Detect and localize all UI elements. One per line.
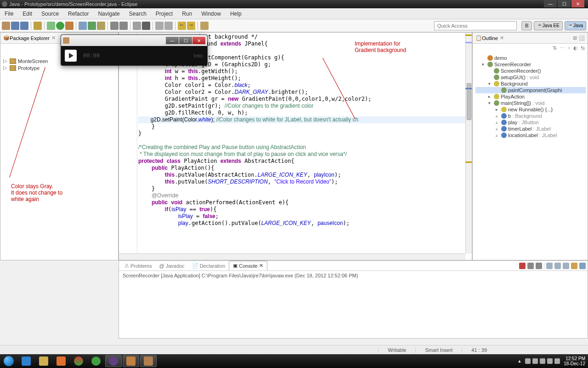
- outline-item[interactable]: demo: [475, 55, 586, 61]
- nav2-icon[interactable]: [164, 22, 173, 30]
- menu-navigate[interactable]: Navigate: [93, 11, 124, 17]
- pin-icon[interactable]: [200, 22, 209, 30]
- filter-icon[interactable]: ⋯: [560, 45, 565, 52]
- close-button[interactable]: ✕: [571, 0, 584, 7]
- run-icon[interactable]: [56, 22, 64, 30]
- perspective-java[interactable]: ☕ Java: [565, 21, 586, 30]
- status-writable: Writable: [378, 347, 415, 353]
- menu-search[interactable]: Search: [124, 11, 151, 17]
- console-tab[interactable]: ▣ Console ✕: [229, 261, 267, 270]
- minimize-button[interactable]: —: [544, 0, 557, 7]
- outline-item[interactable]: ▵play : JButton: [475, 119, 586, 126]
- outline-item[interactable]: ▾Background: [475, 80, 586, 87]
- link-icon[interactable]: ⇆: [581, 45, 585, 52]
- menu-source[interactable]: Source: [37, 11, 63, 17]
- run-last-icon[interactable]: [65, 22, 74, 30]
- forward-icon[interactable]: →: [187, 22, 195, 30]
- java-icon: [63, 37, 69, 44]
- editor-panel: ient background */ protected class Backg…: [119, 32, 472, 260]
- perspective-javaee[interactable]: ☕ Java EE: [534, 21, 563, 30]
- toggle-icon[interactable]: [119, 22, 128, 30]
- outline-item[interactable]: ▸PlayAction: [475, 93, 586, 100]
- menu-edit[interactable]: Edit: [18, 11, 37, 17]
- eclipse-icon: [2, 1, 7, 7]
- menu-help[interactable]: Help: [226, 11, 246, 17]
- recorder-window[interactable]: — ☐ ✕ 00:00 Into:: [61, 34, 208, 66]
- tray-icons[interactable]: [525, 358, 560, 364]
- outline-item[interactable]: ▾main(String[]) : void: [475, 100, 586, 106]
- outline-item[interactable]: ▾ScreenRecorder: [475, 61, 586, 68]
- outline-item[interactable]: paintComponent(Graphi: [475, 87, 586, 93]
- terminate-icon[interactable]: [519, 263, 526, 269]
- new-package-icon[interactable]: [79, 22, 87, 30]
- menu-file[interactable]: File: [0, 11, 18, 17]
- start-button[interactable]: [0, 354, 17, 368]
- declaration-tab[interactable]: 📄 Declaration: [188, 263, 229, 269]
- debug-icon[interactable]: [47, 22, 55, 30]
- print-icon[interactable]: [34, 22, 42, 30]
- taskbar-eclipse[interactable]: [105, 355, 122, 367]
- system-clock[interactable]: 12:52 PM18-Dec-12: [564, 356, 585, 366]
- save-icon[interactable]: [11, 22, 19, 30]
- console-output: ScreenRecorder [Java Application] C:\Pro…: [119, 271, 588, 280]
- pin-console-icon[interactable]: [563, 263, 569, 269]
- scroll-lock-icon[interactable]: [554, 263, 561, 269]
- recorder-titlebar[interactable]: — ☐ ✕: [61, 35, 207, 46]
- project-icon: [10, 58, 16, 64]
- back-icon[interactable]: ←: [178, 22, 186, 30]
- outline-item[interactable]: ▸new Runnable() {...}: [475, 106, 586, 113]
- open-console-icon[interactable]: [579, 263, 586, 269]
- new-class-icon[interactable]: [88, 22, 96, 30]
- hide-local-icon[interactable]: ◐: [573, 45, 578, 52]
- outline-icon: [494, 68, 499, 74]
- outline-item[interactable]: ScreenRecorder(): [475, 68, 586, 74]
- open-perspective-icon[interactable]: ☰: [521, 21, 532, 30]
- outline-item[interactable]: setupGUI() : void: [475, 74, 586, 80]
- maximize-button[interactable]: ☐: [558, 0, 571, 7]
- recorder-minimize[interactable]: —: [166, 37, 179, 44]
- outline-item[interactable]: ▵locationLabel : JLabel: [475, 132, 586, 138]
- recorder-maximize[interactable]: ☐: [179, 37, 192, 44]
- nav-icon[interactable]: [155, 22, 164, 30]
- new-icon[interactable]: [2, 22, 10, 30]
- display-console-icon[interactable]: [571, 263, 577, 269]
- clear-console-icon[interactable]: [546, 263, 553, 269]
- code-editor[interactable]: ient background */ protected class Backg…: [119, 33, 465, 253]
- menu-project[interactable]: Project: [151, 11, 177, 17]
- hide-icon[interactable]: ○: [567, 45, 571, 52]
- search-icon[interactable]: [110, 22, 119, 30]
- sort-icon[interactable]: ⇅: [553, 45, 557, 52]
- close-tab-icon[interactable]: ✕: [500, 35, 504, 41]
- open-type-icon[interactable]: [97, 22, 105, 30]
- taskbar-java-app[interactable]: [140, 355, 157, 367]
- outline-icon: [494, 75, 499, 80]
- taskbar-wmp[interactable]: [53, 355, 69, 367]
- unknown-icon[interactable]: [133, 22, 141, 30]
- console-toolbar: [519, 263, 586, 269]
- menu-refactor[interactable]: Refactor: [63, 11, 93, 17]
- recorder-play-button[interactable]: [65, 50, 77, 62]
- window-titlebar: Java - Prototype/src/demo/ScreenRecorder…: [0, 0, 588, 8]
- outline-item[interactable]: ▵b : Background: [475, 113, 586, 119]
- javadoc-tab[interactable]: @ Javadoc: [155, 263, 188, 269]
- recorder-close[interactable]: ✕: [192, 37, 205, 44]
- menu-run[interactable]: Run: [177, 11, 197, 17]
- taskbar-utorrent[interactable]: [88, 355, 104, 367]
- remove-icon[interactable]: [527, 263, 534, 269]
- taskbar-explorer[interactable]: [35, 355, 52, 367]
- outline-item[interactable]: ▵timerLabel : JLabel: [475, 126, 586, 132]
- close-tab-icon[interactable]: ✕: [51, 35, 56, 41]
- taskbar-javaee[interactable]: [123, 355, 139, 367]
- remove-all-icon[interactable]: [536, 263, 542, 269]
- save-all-icon[interactable]: [20, 22, 28, 30]
- unknown2-icon[interactable]: [142, 22, 150, 30]
- menu-window[interactable]: Window: [197, 11, 226, 17]
- outline-toolbar: ⇅⋯○◐⇆: [473, 44, 588, 53]
- taskbar-chrome[interactable]: [70, 355, 87, 367]
- quick-access-input[interactable]: [434, 21, 517, 30]
- overview-ruler[interactable]: [465, 33, 472, 253]
- horizontal-scrollbar[interactable]: [119, 253, 465, 260]
- problems-tab[interactable]: ⚠ Problems: [121, 263, 155, 269]
- taskbar-ie[interactable]: [18, 355, 34, 367]
- outline-tab[interactable]: 📋 Outline✕ ⊞ ⬜: [473, 33, 588, 44]
